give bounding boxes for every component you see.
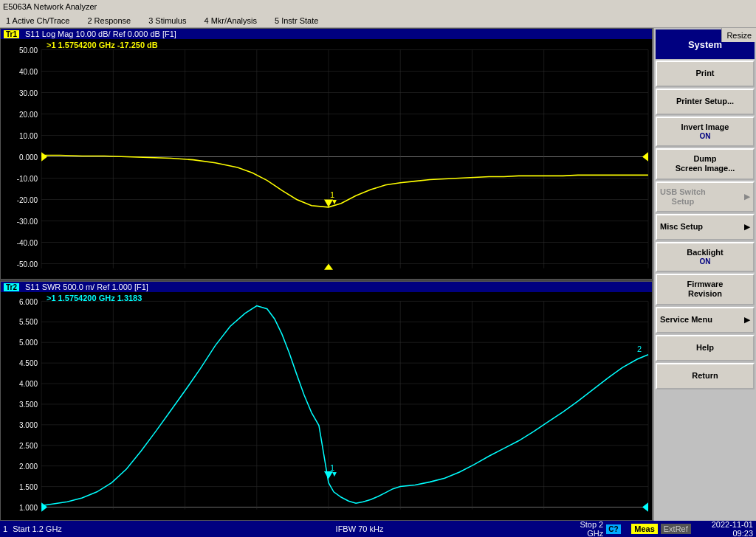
backlight-button[interactable]: Backlight ON [656, 242, 755, 272]
ref-marker-left-2 [41, 502, 47, 511]
menu-active-ch[interactable]: 1 Active Ch/Trace [3, 15, 72, 26]
ref-marker-right-1 [642, 152, 648, 161]
chart2-header: Tr2 S11 SWR 500.0 m/ Ref 1.000 [F1] [1, 282, 652, 292]
chart2-canvas: >1 1.5754200 GHz 1.3183 [1, 292, 652, 517]
chart2-header-text: S11 SWR 500.0 m/ Ref 1.000 [F1] [25, 283, 148, 291]
menu-stimulus[interactable]: 3 Stimulus [145, 15, 189, 26]
warn-badge: C? [606, 524, 620, 534]
chart-panel-1: Tr1 S11 Log Mag 10.00 dB/ Ref 0.000 dB [… [0, 28, 653, 280]
misc-setup-button[interactable]: Misc Setup ▶ [656, 214, 755, 240]
chart-panel-2: Tr2 S11 SWR 500.0 m/ Ref 1.000 [F1] >1 1… [0, 281, 653, 521]
sidebar: System Print Printer Setup... Invert Ima… [653, 28, 756, 521]
datetime: 2022-11-01 09:23 [700, 520, 753, 537]
svg-text:-10.00: -10.00 [17, 175, 38, 183]
svg-text:-50.00: -50.00 [17, 260, 38, 268]
svg-text:4.500: 4.500 [19, 359, 38, 367]
chart1-header-text: S11 Log Mag 10.00 dB/ Ref 0.000 dB [F1] [25, 30, 176, 38]
service-menu-button[interactable]: Service Menu ▶ [656, 307, 755, 333]
stop-freq: Stop 2 GHz [568, 520, 603, 537]
invert-image-button[interactable]: Invert Image ON [656, 117, 755, 147]
chart1-canvas: >1 1.5754200 GHz -17.250 dB [1, 39, 652, 276]
menu-response[interactable]: 2 Response [84, 15, 134, 26]
dump-screen-button[interactable]: DumpScreen Image... [656, 148, 755, 179]
svg-text:5.000: 5.000 [19, 339, 38, 347]
print-button[interactable]: Print [656, 60, 755, 87]
channel-number: 1 [3, 524, 7, 533]
chart1-trace-label: Tr1 [4, 30, 19, 38]
firmware-revision-button[interactable]: FirmwareRevision [656, 274, 755, 305]
meas-badge: Meas [631, 524, 658, 534]
svg-text:1.000: 1.000 [19, 504, 38, 512]
bottom-marker-1 [324, 264, 333, 270]
chart1-marker-info: >1 1.5754200 GHz -17.250 dB [47, 41, 158, 49]
menu-instr-state[interactable]: 5 Instr State [272, 15, 321, 26]
main-layout: Tr1 S11 Log Mag 10.00 dB/ Ref 0.000 dB [… [0, 28, 756, 521]
menu-bar: 1 Active Ch/Trace 2 Response 3 Stimulus … [0, 13, 756, 28]
svg-text:5.500: 5.500 [19, 318, 38, 326]
svg-text:10.00: 10.00 [19, 131, 38, 139]
svg-text:2.500: 2.500 [19, 442, 38, 450]
svg-text:20.00: 20.00 [19, 110, 38, 118]
status-right: Stop 2 GHz C? Meas ExtRef 2022-11-01 09:… [568, 520, 753, 537]
svg-text:4.000: 4.000 [19, 380, 38, 388]
trace2-end-label: 2 [637, 344, 642, 353]
svg-text:50.00: 50.00 [19, 46, 38, 54]
app-title: E5063A Network Analyzer [3, 2, 97, 11]
svg-text:6.000: 6.000 [19, 297, 38, 305]
svg-text:0.000: 0.000 [19, 153, 38, 161]
marker1-arrow-1: ▼ [331, 198, 338, 206]
svg-text:3.500: 3.500 [19, 401, 38, 409]
help-button[interactable]: Help [656, 335, 755, 361]
extref-badge: ExtRef [661, 524, 691, 534]
chart2-svg: 6.000 5.500 5.000 4.500 4.000 3.500 3.00… [1, 292, 652, 517]
status-bar: 1 Start 1.2 GHz IFBW 70 kHz Stop 2 GHz C… [0, 521, 756, 537]
chart1-header: Tr1 S11 Log Mag 10.00 dB/ Ref 0.000 dB [… [1, 29, 652, 39]
printer-setup-button[interactable]: Printer Setup... [656, 89, 755, 115]
svg-text:40.00: 40.00 [19, 67, 38, 75]
svg-text:3.000: 3.000 [19, 421, 38, 429]
svg-text:2.000: 2.000 [19, 462, 38, 471]
chart2-marker-info: >1 1.5754200 GHz 1.3183 [47, 294, 142, 302]
svg-text:1.500: 1.500 [19, 483, 38, 491]
start-freq: Start 1.2 GHz [13, 524, 62, 533]
resize-button[interactable]: Resize [721, 28, 756, 42]
status-ifbw: IFBW 70 kHz [151, 524, 568, 533]
svg-text:-40.00: -40.00 [17, 239, 38, 247]
title-bar: E5063A Network Analyzer [0, 0, 756, 13]
ref-marker-left-1 [41, 152, 47, 161]
ref-marker-right-2 [642, 502, 648, 511]
menu-mkr-analysis[interactable]: 4 Mkr/Analysis [201, 15, 260, 26]
chart2-trace-label: Tr2 [4, 283, 19, 291]
usb-switch-button[interactable]: USB SwitchSetup ▶ [656, 181, 755, 212]
chart1-svg: 50.00 40.00 30.00 20.00 10.00 0.000 -10.… [1, 39, 652, 276]
svg-text:-30.00: -30.00 [17, 218, 38, 226]
return-button[interactable]: Return [656, 363, 755, 389]
status-start: 1 Start 1.2 GHz [3, 524, 151, 533]
marker1-arrow-2: ▼ [331, 470, 338, 478]
svg-text:-20.00: -20.00 [17, 196, 38, 204]
svg-text:30.00: 30.00 [19, 89, 38, 97]
chart-area: Tr1 S11 Log Mag 10.00 dB/ Ref 0.000 dB [… [0, 28, 653, 521]
